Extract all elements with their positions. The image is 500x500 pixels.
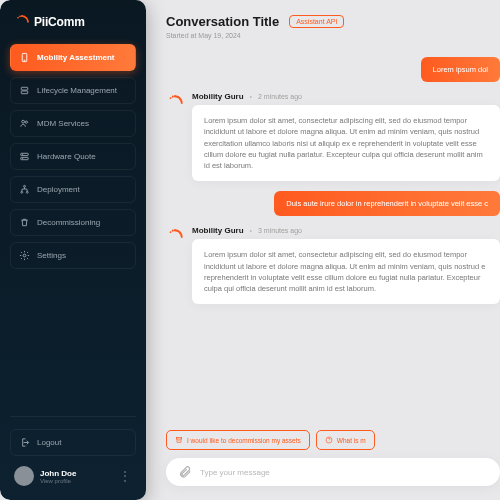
svg-point-2	[26, 18, 28, 20]
nav-label: Deployment	[37, 185, 80, 194]
suggestion-chip[interactable]: What is m	[316, 430, 375, 450]
sidebar-item-hardware-quote[interactable]: Hardware Quote	[10, 143, 136, 170]
svg-point-27	[177, 230, 179, 232]
svg-point-21	[177, 96, 179, 98]
svg-rect-9	[21, 91, 27, 94]
server-icon	[19, 151, 30, 162]
message-body: Lorem ipsum dolor sit amet, consectetur …	[192, 105, 500, 181]
message-input[interactable]	[200, 468, 488, 477]
sidebar-item-mdm-services[interactable]: MDM Services	[10, 110, 136, 137]
svg-point-29	[181, 235, 183, 237]
svg-rect-13	[21, 157, 28, 159]
svg-point-4	[19, 15, 21, 17]
svg-point-28	[179, 232, 181, 234]
message-composer[interactable]	[166, 458, 500, 486]
sidebar-item-logout[interactable]: Logout	[10, 429, 136, 456]
nav-label: Logout	[37, 438, 61, 447]
conversation-thread: Lorem ipsum dol Mobility Guru • 2 minute…	[166, 57, 500, 424]
more-icon[interactable]: ⋮	[119, 474, 132, 478]
brand-name: PiiComm	[34, 15, 85, 29]
sidebar-item-mobility-assessment[interactable]: Mobility Assestment	[10, 44, 136, 71]
assistant-avatar-icon	[166, 228, 184, 246]
nav-label: Hardware Quote	[37, 152, 96, 161]
svg-point-10	[22, 120, 25, 123]
suggestion-row: I would like to decommission my assets W…	[166, 430, 500, 450]
trash-icon	[19, 217, 30, 228]
nav-label: MDM Services	[37, 119, 89, 128]
svg-point-23	[181, 101, 183, 103]
svg-point-11	[25, 121, 27, 123]
svg-point-25	[170, 97, 172, 99]
logo-swirl-icon	[14, 14, 30, 30]
svg-point-5	[17, 17, 19, 19]
archive-icon	[175, 436, 183, 444]
profile-name: John Doe	[40, 469, 113, 478]
divider	[10, 416, 136, 417]
attachment-icon[interactable]	[178, 465, 192, 479]
sidebar-item-settings[interactable]: Settings	[10, 242, 136, 269]
assistant-message: Mobility Guru • 3 minutes ago Lorem ipsu…	[166, 226, 500, 304]
sidebar-item-deployment[interactable]: Deployment	[10, 176, 136, 203]
svg-point-18	[26, 191, 28, 193]
assistant-chip: Assistant API	[289, 15, 344, 28]
stack-icon	[19, 85, 30, 96]
sidebar-item-lifecycle-management[interactable]: Lifecycle Management	[10, 77, 136, 104]
profile-block[interactable]: John Doe View profile ⋮	[10, 462, 136, 486]
question-icon	[325, 436, 333, 444]
svg-point-31	[170, 231, 172, 233]
user-message: Duis aute irure dolor in reprehenderit i…	[274, 191, 500, 216]
message-time: 2 minutes ago	[258, 93, 302, 100]
svg-point-30	[172, 230, 174, 232]
page-title: Conversation Title	[166, 14, 279, 29]
message-time: 3 minutes ago	[258, 227, 302, 234]
assistant-message: Mobility Guru • 2 minutes ago Lorem ipsu…	[166, 92, 500, 181]
message-body: Lorem ipsum dolor sit amet, consectetur …	[192, 239, 500, 304]
svg-rect-12	[21, 153, 28, 155]
device-icon	[19, 52, 30, 63]
svg-point-16	[24, 185, 26, 187]
nav-label: Settings	[37, 251, 66, 260]
svg-rect-32	[176, 437, 181, 439]
avatar	[14, 466, 34, 486]
brand-logo: PiiComm	[10, 14, 136, 44]
nav: Mobility Assestment Lifecycle Management…	[10, 44, 136, 486]
logout-icon	[19, 437, 30, 448]
svg-point-24	[172, 96, 174, 98]
message-author: Mobility Guru	[192, 92, 244, 101]
svg-rect-8	[21, 87, 27, 90]
svg-point-3	[27, 20, 28, 21]
assistant-avatar-icon	[166, 94, 184, 112]
suggestion-chip[interactable]: I would like to decommission my assets	[166, 430, 310, 450]
main-panel: Conversation Title Assistant API Started…	[146, 0, 500, 500]
hierarchy-icon	[19, 184, 30, 195]
svg-point-19	[23, 254, 26, 257]
started-at: Started at May 19, 2024	[166, 32, 500, 39]
sidebar-item-decommissioning[interactable]: Decommissioning	[10, 209, 136, 236]
conversation-header: Conversation Title Assistant API	[166, 14, 500, 29]
nav-label: Decommissioning	[37, 218, 100, 227]
nav-label: Mobility Assestment	[37, 53, 115, 62]
people-icon	[19, 118, 30, 129]
message-author: Mobility Guru	[192, 226, 244, 235]
profile-sub: View profile	[40, 478, 113, 484]
svg-point-22	[179, 98, 181, 100]
svg-point-0	[21, 15, 23, 17]
svg-point-17	[21, 191, 23, 193]
svg-point-26	[174, 229, 176, 231]
sidebar: PiiComm Mobility Assestment Lifecycle Ma…	[0, 0, 146, 500]
svg-point-1	[23, 16, 25, 18]
nav-label: Lifecycle Management	[37, 86, 117, 95]
svg-point-20	[174, 95, 176, 97]
gear-icon	[19, 250, 30, 261]
user-message: Lorem ipsum dol	[421, 57, 500, 82]
